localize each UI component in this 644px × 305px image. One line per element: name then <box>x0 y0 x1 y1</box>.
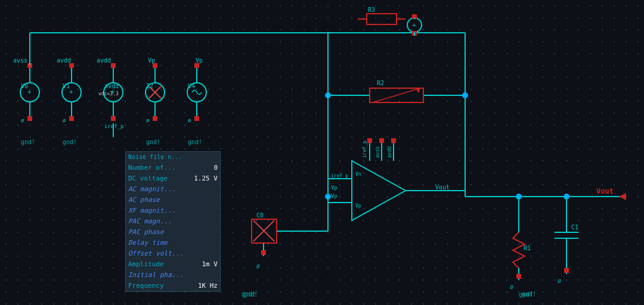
component-I2[interactable]: I2 gnd! ø <box>145 63 165 145</box>
prop-label-delay-time: Delay time <box>128 239 168 247</box>
svg-text:avss: avss <box>13 57 27 64</box>
svg-rect-90 <box>367 138 372 143</box>
svg-text:ø: ø <box>63 117 66 123</box>
svg-text:Vout: Vout <box>435 184 450 191</box>
prop-label-initial-phase: Initial pha... <box>128 271 184 279</box>
svg-point-77 <box>462 92 468 98</box>
svg-text:ø: ø <box>558 278 561 284</box>
prop-label-amplitude: Amplitude <box>128 260 164 268</box>
prop-header: Noise file n... <box>126 152 220 163</box>
svg-rect-31 <box>111 63 116 68</box>
prop-label-ac-phase: AC phase <box>128 196 160 204</box>
prop-row-ac-magnitude[interactable]: AC magnit... <box>126 184 220 195</box>
prop-value-frequency: 1K Hz <box>198 282 218 290</box>
svg-marker-126 <box>619 193 626 200</box>
svg-text:iref_p: iref_p <box>331 173 348 179</box>
svg-line-73 <box>373 88 420 102</box>
prop-row-pac-phase[interactable]: PAC phase <box>126 227 220 238</box>
svg-text:gnd!: gnd! <box>519 291 533 298</box>
svg-rect-105 <box>261 250 266 255</box>
svg-text:R2: R2 <box>377 80 384 86</box>
svg-text:Vp: Vp <box>331 185 338 191</box>
svg-text:avss: avss <box>375 147 380 158</box>
svg-text:Vout: Vout <box>596 187 614 195</box>
component-R1[interactable]: R1 ø gnd! <box>510 197 536 297</box>
prop-value-number-of: 0 <box>213 164 218 172</box>
prop-label-number-of: Number of... <box>128 164 175 172</box>
svg-text:R1: R1 <box>524 245 531 251</box>
svg-rect-21 <box>69 63 74 68</box>
prop-label-pac-magnitude: PAC magn... <box>128 217 172 225</box>
properties-panel: Noise file n... Number of... 0 DC voltag… <box>125 151 221 292</box>
svg-text:ø: ø <box>21 117 24 123</box>
prop-row-amplitude[interactable]: Amplitude 1m V <box>126 259 220 270</box>
svg-text:vdc=3.3: vdc=3.3 <box>98 91 119 97</box>
svg-text:R3: R3 <box>368 7 375 13</box>
schematic-svg: + avss V0 gnd! ø + avdd V1 gnd! ø + avdd… <box>0 0 644 305</box>
prop-label-frequency: Frequency <box>128 282 164 290</box>
svg-rect-39 <box>153 116 157 121</box>
svg-text:gnd!: gnd! <box>146 139 160 145</box>
prop-label-dc-voltage: DC voltage <box>128 175 168 182</box>
svg-text:ø: ø <box>256 263 260 269</box>
component-C1[interactable]: C1 ø <box>555 197 578 284</box>
svg-text:avdd: avdd <box>57 57 71 64</box>
component-V1[interactable]: + avdd V1 gnd! ø <box>57 57 81 145</box>
svg-text:iref_p: iref_p <box>104 123 124 129</box>
prop-row-ac-phase[interactable]: AC phase <box>126 195 220 206</box>
prop-label-ac-magnitude: AC magnit... <box>128 185 175 193</box>
component-V0[interactable]: + avss V0 gnd! ø <box>13 57 39 145</box>
svg-text:V1: V1 <box>63 83 70 89</box>
svg-text:gnd!: gnd! <box>243 291 258 298</box>
svg-text:gnd!: gnd! <box>188 139 202 145</box>
prop-row-initial-phase[interactable]: Initial pha... <box>126 270 220 281</box>
svg-text:C0: C0 <box>256 212 264 219</box>
svg-text:I2: I2 <box>146 83 153 89</box>
svg-text:avdd: avdd <box>104 83 119 89</box>
prop-row-pac-magnitude[interactable]: PAC magn... <box>126 216 220 227</box>
svg-text:Vn: Vn <box>355 172 361 177</box>
svg-rect-92 <box>379 138 384 143</box>
svg-rect-4 <box>27 116 32 121</box>
prop-label-offset-voltage: Offset volt... <box>128 250 184 257</box>
svg-rect-57 <box>367 14 397 24</box>
svg-text:ø: ø <box>188 117 191 123</box>
prop-row-dc-voltage[interactable]: DC voltage 1.25 V <box>126 173 220 184</box>
vout-label: Vout <box>596 187 626 200</box>
svg-rect-44 <box>153 63 157 68</box>
svg-text:Vp: Vp <box>355 203 361 208</box>
opamp[interactable]: Vn Vp Vout <box>328 161 465 220</box>
svg-rect-26 <box>111 116 116 121</box>
svg-rect-15 <box>69 116 74 121</box>
component-C0[interactable]: C0 ø gnd! <box>242 197 328 297</box>
prop-row-number-of[interactable]: Number of... 0 <box>126 163 220 173</box>
svg-text:Vp: Vp <box>196 57 203 64</box>
svg-text:ø: ø <box>146 117 150 123</box>
prop-row-frequency[interactable]: Frequency 1K Hz <box>126 281 220 291</box>
svg-rect-115 <box>516 274 521 279</box>
svg-text:avdd: avdd <box>387 147 392 158</box>
svg-rect-54 <box>194 63 199 68</box>
svg-text:avdd: avdd <box>97 57 111 64</box>
prop-value-amplitude: 1m V <box>202 260 218 268</box>
svg-text:ø: ø <box>510 284 513 290</box>
svg-text:+: + <box>69 88 73 96</box>
prop-title-label: Noise file n... <box>128 154 182 160</box>
svg-marker-81 <box>352 161 405 220</box>
svg-text:gnd!: gnd! <box>21 139 35 145</box>
prop-row-offset-voltage[interactable]: Offset volt... <box>126 248 220 259</box>
svg-text:+: + <box>27 88 32 96</box>
svg-text:C1: C1 <box>571 224 578 231</box>
prop-row-xf-magnitude[interactable]: XF magnit... <box>126 206 220 216</box>
prop-value-dc-voltage: 1.25 V <box>194 175 218 182</box>
svg-text:Vp: Vp <box>148 57 155 64</box>
svg-rect-94 <box>391 138 396 143</box>
prop-row-delay-time[interactable]: Delay time <box>126 238 220 248</box>
component-R2[interactable]: R2 <box>325 80 468 102</box>
component-avdd-src[interactable]: + avdd avdd vdc=3.3 iref_p <box>97 57 124 137</box>
prop-label-xf-magnitude: XF magnit... <box>128 207 175 214</box>
svg-rect-123 <box>564 268 569 273</box>
svg-text:Vp: Vp <box>331 193 338 199</box>
svg-rect-48 <box>194 116 199 121</box>
prop-label-pac-phase: PAC phase <box>128 228 164 236</box>
